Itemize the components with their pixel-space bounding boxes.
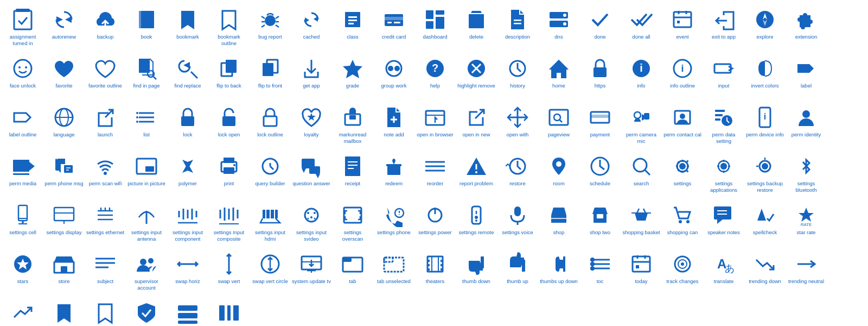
perm-identity[interactable]: perm identity xyxy=(786,102,827,151)
assignment-turned-in[interactable]: assignment turned in xyxy=(2,4,43,53)
star-rate[interactable]: RATEstar rate xyxy=(786,200,827,249)
room[interactable]: room xyxy=(538,151,579,200)
lock[interactable]: lock xyxy=(167,102,208,151)
launch[interactable]: launch xyxy=(85,102,126,151)
delete[interactable]: delete xyxy=(456,4,497,53)
perm-scan-wifi[interactable]: perm scan wifi xyxy=(85,151,126,200)
settings-input-component[interactable]: settings input component xyxy=(167,200,208,249)
subject[interactable]: subject xyxy=(85,249,126,298)
class[interactable]: class xyxy=(332,4,373,53)
settings-input-svideo[interactable]: settings input svideo xyxy=(291,200,332,249)
supervisor-account[interactable]: supervisor account xyxy=(126,249,167,298)
thumbs-up-down[interactable]: thumbs up down xyxy=(538,249,579,298)
lock-outline[interactable]: lock outline xyxy=(250,102,291,151)
system-update-tv[interactable]: system update tv xyxy=(291,249,332,298)
redeem[interactable]: redeem xyxy=(373,151,414,200)
highlight-remove[interactable]: highlight remove xyxy=(456,53,497,102)
speaker-notes[interactable]: speaker notes xyxy=(703,200,744,249)
bookmark-outline[interactable]: bookmark outline xyxy=(208,4,250,53)
restore[interactable]: restore xyxy=(497,151,538,200)
settings-bluetooth[interactable]: settings bluetooth xyxy=(786,151,827,200)
search[interactable]: search xyxy=(621,151,662,200)
home[interactable]: home xyxy=(538,53,579,102)
settings-applications[interactable]: settings applications xyxy=(703,151,744,200)
tab-unselected[interactable]: tab unselected xyxy=(373,249,414,298)
track-changes[interactable]: track changes xyxy=(662,249,703,298)
polymer[interactable]: polymer xyxy=(167,151,208,200)
face-unlock[interactable]: face unlock xyxy=(2,53,43,102)
list[interactable]: list xyxy=(126,102,167,151)
shop-two[interactable]: shop two xyxy=(579,200,621,249)
label-outline[interactable]: label outline xyxy=(2,102,43,151)
pageview[interactable]: pageview xyxy=(538,102,579,151)
info[interactable]: iinfo xyxy=(621,53,662,102)
toc[interactable]: toc xyxy=(579,249,621,298)
cached[interactable]: cached xyxy=(291,4,332,53)
invert-colors[interactable]: invert colors xyxy=(744,53,786,102)
event[interactable]: event xyxy=(662,4,703,53)
flip-to-front[interactable]: flip to front xyxy=(250,53,291,102)
flip-to-back[interactable]: flip to back xyxy=(208,53,250,102)
grade[interactable]: grade xyxy=(332,53,373,102)
report-problem[interactable]: report problem xyxy=(456,151,497,200)
book[interactable]: book xyxy=(126,4,167,53)
explore[interactable]: explore xyxy=(744,4,786,53)
trending-down[interactable]: trending down xyxy=(744,249,786,298)
settings-input-hdmi[interactable]: settings input hdmi xyxy=(250,200,291,249)
view-agenda[interactable]: view agenda xyxy=(167,298,208,326)
description[interactable]: description xyxy=(497,4,538,53)
query-builder[interactable]: query builder xyxy=(250,151,291,200)
shop[interactable]: shop xyxy=(538,200,579,249)
history[interactable]: history xyxy=(497,53,538,102)
extension[interactable]: extension xyxy=(786,4,827,53)
dns[interactable]: dns xyxy=(538,4,579,53)
info-outline[interactable]: iinfo outline xyxy=(662,53,703,102)
bookmark[interactable]: bookmark xyxy=(167,4,208,53)
thumb-down[interactable]: thumb down xyxy=(456,249,497,298)
favorite[interactable]: favorite xyxy=(43,53,85,102)
swap-vert[interactable]: swap vert xyxy=(208,249,250,298)
translate[interactable]: Aあtranslate xyxy=(703,249,744,298)
loyalty[interactable]: loyalty xyxy=(291,102,332,151)
picture-in-picture[interactable]: picture in picture xyxy=(126,151,167,200)
thumb-up[interactable]: thumb up xyxy=(497,249,538,298)
help[interactable]: ?help xyxy=(414,53,456,102)
theaters[interactable]: theaters xyxy=(414,249,456,298)
tab[interactable]: tab xyxy=(332,249,373,298)
perm-device-info[interactable]: iperm device info xyxy=(744,102,786,151)
settings-backup-restore[interactable]: settings backup restore xyxy=(744,151,786,200)
trending-up[interactable]: trending up xyxy=(2,298,43,326)
question-answer[interactable]: question answer xyxy=(291,151,332,200)
label[interactable]: label xyxy=(786,53,827,102)
note-add[interactable]: note add xyxy=(373,102,414,151)
credit-card[interactable]: credit card xyxy=(373,4,414,53)
store[interactable]: store xyxy=(43,249,85,298)
shopping-basket[interactable]: shopping basket xyxy=(621,200,662,249)
schedule[interactable]: schedule xyxy=(579,151,621,200)
open-with[interactable]: open with xyxy=(497,102,538,151)
done[interactable]: done xyxy=(579,4,621,53)
spellcheck[interactable]: spellcheck xyxy=(744,200,786,249)
swap-vert-circle[interactable]: swap vert circle xyxy=(250,249,291,298)
perm-contact-cal[interactable]: perm contact cal xyxy=(662,102,703,151)
bug-report[interactable]: bug report xyxy=(250,4,291,53)
stars[interactable]: stars xyxy=(2,249,43,298)
receipt[interactable]: receipt xyxy=(332,151,373,200)
done-all[interactable]: done all xyxy=(621,4,662,53)
autorenew[interactable]: autorenew xyxy=(43,4,85,53)
lock-open[interactable]: lock open xyxy=(208,102,250,151)
find-in-page[interactable]: find in page xyxy=(126,53,167,102)
exit-to-app[interactable]: exit to app xyxy=(703,4,744,53)
favorite-outline[interactable]: favorite outline xyxy=(85,53,126,102)
perm-media[interactable]: perm media xyxy=(2,151,43,200)
payment[interactable]: payment xyxy=(579,102,621,151)
open-in-new[interactable]: open in new xyxy=(456,102,497,151)
settings-power[interactable]: settings power xyxy=(414,200,456,249)
settings-ethernet[interactable]: settings ethernet xyxy=(85,200,126,249)
turned-in[interactable]: turned in xyxy=(43,298,85,326)
swap-horiz[interactable]: swap horiz xyxy=(167,249,208,298)
settings[interactable]: settings xyxy=(662,151,703,200)
today[interactable]: today xyxy=(621,249,662,298)
settings-remote[interactable]: settings remote xyxy=(456,200,497,249)
get-app[interactable]: get app xyxy=(291,53,332,102)
